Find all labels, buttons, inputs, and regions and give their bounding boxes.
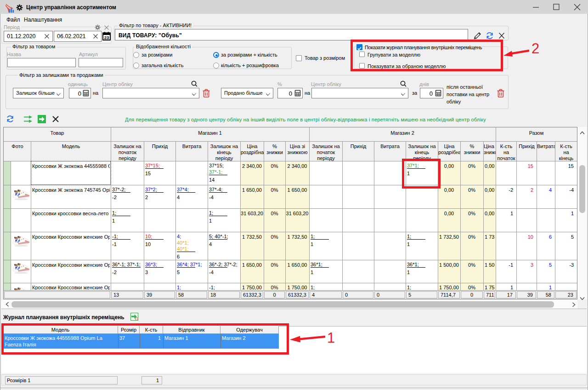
svg-text:23: 23 [104, 35, 109, 40]
